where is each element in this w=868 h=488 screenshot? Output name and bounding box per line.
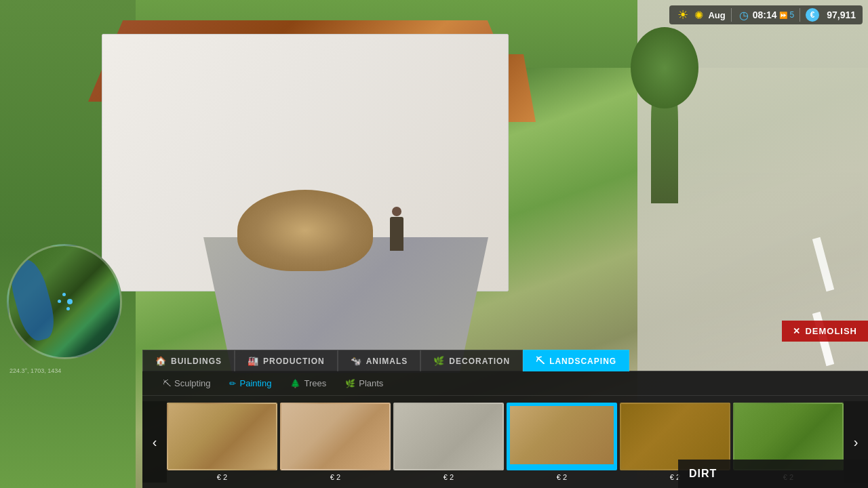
item-thumb-1	[167, 403, 277, 470]
sculpting-icon: ⛏	[163, 379, 171, 388]
money-display: 97,911	[827, 9, 856, 20]
tab-buildings[interactable]: 🏠 BUILDINGS	[142, 350, 235, 371]
info-panel: DIRT	[678, 460, 868, 488]
production-icon: 🏭	[248, 356, 259, 366]
demolish-label: DEMOLISH	[805, 326, 857, 336]
item-card-4[interactable]: € 2	[507, 403, 617, 481]
plants-icon: 🌿	[345, 379, 355, 388]
item-price-3: € 2	[443, 473, 454, 481]
item-thumb-2	[280, 403, 391, 470]
tab-decoration-label: DECORATION	[449, 357, 510, 366]
speed-value: 5	[789, 10, 794, 20]
tab-landscaping-label: LANDSCAPING	[549, 357, 616, 366]
item-price-2: € 2	[330, 473, 340, 481]
subtab-trees-label: Trees	[304, 378, 326, 388]
tab-animals[interactable]: 🐄 ANIMALS	[338, 350, 421, 371]
euro-icon: €	[806, 8, 819, 22]
next-arrow-icon: ›	[854, 434, 859, 450]
painting-icon: ✏	[229, 379, 236, 388]
sun-icon: ☀	[676, 8, 690, 22]
subtab-painting[interactable]: ✏ Painting	[220, 375, 281, 391]
prev-button[interactable]: ‹	[142, 401, 167, 483]
item-card-3[interactable]: € 2	[393, 403, 504, 481]
item-price-4: € 2	[557, 473, 567, 481]
weather-icon-group: ☀ ✺	[676, 8, 705, 22]
demolish-button[interactable]: ✕ DEMOLISH	[782, 321, 868, 342]
top-hud-bar: ☀ ✺ Aug ◷ 08:14 ⏩ 5 € 97,911	[669, 5, 863, 24]
divider-1	[731, 8, 732, 22]
road-marking-1	[812, 237, 834, 291]
tab-landscaping[interactable]: ⛏ LANDSCAPING	[523, 350, 629, 371]
tab-buildings-label: BUILDINGS	[171, 357, 222, 366]
time-group: ◷ 08:14	[737, 8, 777, 22]
subtab-painting-label: Painting	[239, 378, 271, 388]
tree	[651, 68, 678, 203]
sun-icon-2: ✺	[692, 8, 705, 22]
decoration-icon: 🌿	[433, 356, 445, 366]
tab-production[interactable]: 🏭 PRODUCTION	[235, 350, 338, 371]
subtab-sculpting[interactable]: ⛏ Sculpting	[153, 375, 220, 391]
tab-decoration[interactable]: 🌿 DECORATION	[420, 350, 523, 371]
divider-2	[800, 8, 800, 22]
dirt-mound	[237, 190, 373, 271]
item-thumb-4	[507, 403, 617, 470]
animals-icon: 🐄	[351, 356, 362, 366]
item-price-1: € 2	[217, 473, 227, 481]
info-title: DIRT	[689, 468, 857, 480]
month-text: Aug	[708, 10, 725, 20]
sub-tabs: ⛏ Sculpting ✏ Painting 🌲 Trees 🌿 Plants	[142, 371, 868, 395]
subtab-sculpting-label: Sculpting	[174, 378, 210, 388]
item-card-2[interactable]: € 2	[280, 403, 391, 481]
money-group: € 97,911	[806, 8, 856, 22]
tab-production-label: PRODUCTION	[263, 357, 325, 366]
item-thumb-3	[393, 403, 504, 470]
tab-animals-label: ANIMALS	[366, 357, 408, 366]
speed-icon: ⏩	[779, 12, 787, 19]
subtab-plants-label: Plants	[359, 378, 383, 388]
buildings-icon: 🏠	[155, 356, 167, 366]
clock-icon: ◷	[737, 8, 751, 22]
month-display: Aug	[708, 10, 725, 20]
item-card-1[interactable]: € 2	[167, 403, 277, 481]
landscaping-icon: ⛏	[536, 356, 545, 366]
time-display: 08:14	[753, 9, 777, 20]
subtab-plants[interactable]: 🌿 Plants	[336, 375, 393, 391]
demolish-icon: ✕	[793, 326, 801, 336]
trees-icon: 🌲	[290, 379, 300, 388]
speed-group: ⏩ 5	[779, 10, 794, 20]
subtab-trees[interactable]: 🌲 Trees	[281, 375, 336, 391]
player-character	[390, 217, 403, 251]
category-tabs: 🏠 BUILDINGS 🏭 PRODUCTION 🐄 ANIMALS 🌿 DEC…	[142, 349, 868, 371]
prev-arrow-icon: ‹	[153, 434, 157, 450]
